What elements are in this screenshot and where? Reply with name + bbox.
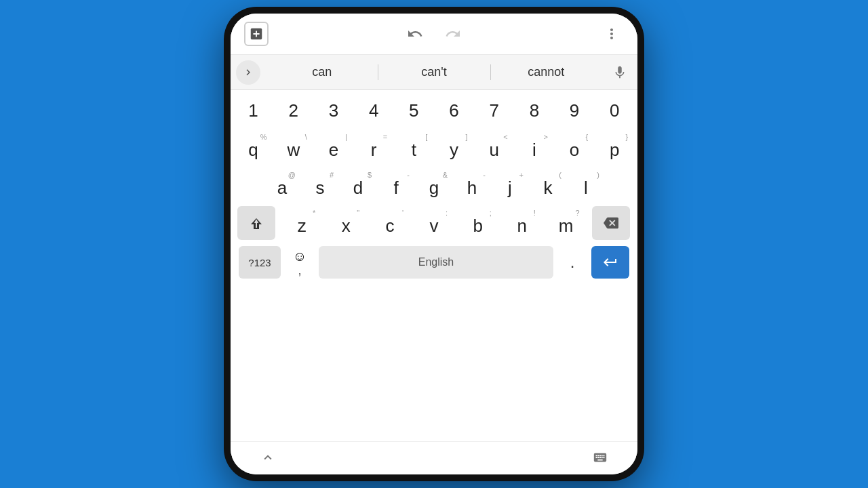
key-o[interactable]: {o (557, 129, 592, 165)
key-3[interactable]: 3 (316, 94, 351, 127)
period-key[interactable]: . (556, 246, 589, 279)
key-p[interactable]: }p (597, 129, 632, 165)
key-2[interactable]: 2 (276, 94, 311, 127)
key-6[interactable]: 6 (437, 94, 472, 127)
key-f[interactable]: -f (378, 167, 414, 203)
key-g[interactable]: &g (416, 167, 452, 203)
key-q[interactable]: %q (236, 129, 271, 165)
toolbar (231, 14, 637, 55)
key-a[interactable]: @a (264, 167, 300, 203)
key-n[interactable]: !n (505, 205, 540, 241)
key-c[interactable]: 'c (372, 205, 408, 241)
key-y[interactable]: ]y (437, 129, 472, 165)
shift-key[interactable] (237, 206, 275, 240)
symbols-key[interactable]: ?123 (239, 246, 281, 279)
key-s[interactable]: #s (302, 167, 338, 203)
collapse-keyboard-icon[interactable] (258, 447, 278, 468)
key-z[interactable]: *z (284, 205, 319, 241)
key-m[interactable]: ?m (549, 205, 584, 241)
key-9[interactable]: 9 (557, 94, 592, 127)
key-r[interactable]: =r (356, 129, 391, 165)
suggestion-cant[interactable]: can't (378, 60, 490, 85)
suggestions-list: can can't cannot (266, 60, 602, 85)
more-options-icon[interactable] (599, 22, 624, 46)
number-row: 1 2 3 4 5 6 7 8 9 0 (233, 94, 635, 127)
system-bar (231, 441, 637, 474)
qwerty-row: %q \w |e =r [t ]y <u >i {o }p (233, 129, 635, 165)
key-u[interactable]: <u (477, 129, 512, 165)
keyboard-settings-icon[interactable] (590, 447, 610, 468)
key-d[interactable]: $d (340, 167, 376, 203)
delete-key[interactable] (592, 206, 630, 240)
key-e[interactable]: |e (316, 129, 351, 165)
expand-suggestions-button[interactable] (236, 60, 260, 85)
key-5[interactable]: 5 (396, 94, 431, 127)
mic-icon[interactable] (608, 60, 632, 85)
key-t[interactable]: [t (396, 129, 431, 165)
suggestion-can[interactable]: can (266, 60, 378, 85)
redo-icon[interactable] (441, 22, 465, 46)
key-h[interactable]: -h (454, 167, 490, 203)
keyboard-area: 1 2 3 4 5 6 7 8 9 0 %q \w |e =r [t ]y <u… (231, 90, 637, 441)
key-8[interactable]: 8 (517, 94, 552, 127)
emoji-key[interactable]: ☺ , (283, 246, 316, 279)
zxcv-row: *z "x 'c :v ;b !n ?m (233, 205, 635, 241)
suggestion-cannot[interactable]: cannot (490, 60, 602, 85)
bottom-bar: ?123 ☺ , English . (233, 243, 635, 281)
key-1[interactable]: 1 (236, 94, 271, 127)
key-7[interactable]: 7 (477, 94, 512, 127)
asdf-row: @a #s $d -f &g -h +j (k )l (233, 167, 635, 203)
enter-key[interactable] (591, 246, 629, 279)
key-w[interactable]: \w (276, 129, 311, 165)
phone-container: can can't cannot 1 2 3 4 5 6 7 8 9 0 (224, 7, 644, 481)
key-i[interactable]: >i (517, 129, 552, 165)
key-j[interactable]: +j (492, 167, 528, 203)
key-b[interactable]: ;b (460, 205, 496, 241)
undo-icon[interactable] (403, 22, 427, 46)
suggestion-bar: can can't cannot (231, 55, 637, 90)
add-icon[interactable] (244, 22, 269, 46)
key-l[interactable]: )l (568, 167, 604, 203)
key-x[interactable]: "x (328, 205, 363, 241)
key-4[interactable]: 4 (356, 94, 391, 127)
key-v[interactable]: :v (416, 205, 452, 241)
phone-screen: can can't cannot 1 2 3 4 5 6 7 8 9 0 (231, 14, 637, 474)
key-k[interactable]: (k (530, 167, 566, 203)
key-0[interactable]: 0 (597, 94, 632, 127)
space-key[interactable]: English (319, 246, 553, 279)
